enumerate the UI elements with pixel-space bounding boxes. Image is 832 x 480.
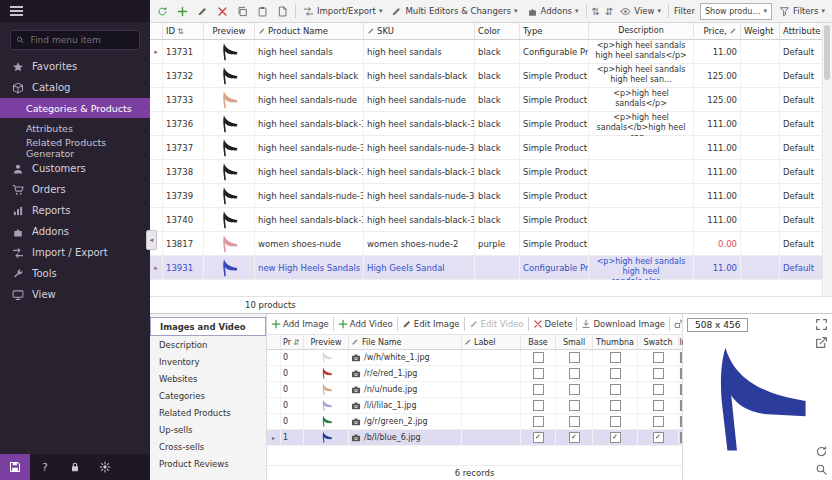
sidebar-item-import-export[interactable]: Import / Export: [0, 242, 150, 263]
thumbnail-checkbox[interactable]: ✓: [610, 432, 621, 443]
column-header-description[interactable]: Description: [589, 23, 694, 39]
product-row[interactable]: 13739 high heel sandals-nude-37 high hee…: [150, 184, 832, 208]
column-header-preview[interactable]: Preview: [204, 23, 255, 39]
add-product-button[interactable]: [175, 4, 190, 19]
base-checkbox[interactable]: ✓: [533, 432, 544, 443]
edit-video-button[interactable]: Edit Video: [469, 319, 524, 329]
panel-collapse-handle[interactable]: ◂: [146, 230, 157, 250]
sidebar-item-orders[interactable]: Orders: [0, 179, 150, 200]
swatch-checkbox[interactable]: [653, 416, 664, 427]
column-header-small[interactable]: Small: [556, 335, 593, 349]
zoom-button[interactable]: [815, 463, 828, 476]
column-header-weight[interactable]: Weight: [741, 23, 780, 39]
sidebar-item-related-products-generator[interactable]: Related Products Generator: [0, 138, 150, 158]
preview-image[interactable]: [695, 340, 817, 462]
filters-button[interactable]: Filters ▾: [777, 4, 827, 19]
small-checkbox[interactable]: [569, 416, 580, 427]
swatch-checkbox[interactable]: [653, 384, 664, 395]
exclude-checkbox[interactable]: [680, 400, 682, 411]
thumbnail-checkbox[interactable]: [610, 352, 621, 363]
column-header-id[interactable]: ID ⇅: [163, 23, 204, 39]
small-checkbox[interactable]: [569, 368, 580, 379]
image-row[interactable]: 0 /r/e/red_1.jpg: [267, 366, 682, 382]
lock-button[interactable]: [60, 454, 90, 480]
exclude-checkbox[interactable]: [680, 352, 682, 363]
download-image-button[interactable]: Download Image: [581, 319, 665, 329]
small-checkbox[interactable]: [569, 400, 580, 411]
add-video-button[interactable]: Add Video: [338, 319, 393, 329]
row-expander[interactable]: [150, 160, 163, 183]
addons-menu[interactable]: Addons ▾: [525, 4, 581, 19]
sidebar-item-favorites[interactable]: Favorites: [0, 56, 150, 77]
sidebar-item-categories-products[interactable]: Categories & Products: [0, 98, 150, 118]
sort-ascending-button[interactable]: ⇅: [592, 6, 600, 17]
small-checkbox[interactable]: [569, 352, 580, 363]
column-header-base[interactable]: Base: [521, 335, 556, 349]
product-row[interactable]: 13736 high heel sandals-black-36 high he…: [150, 112, 832, 136]
row-expander[interactable]: [150, 184, 163, 207]
column-header-file-name[interactable]: File Name: [349, 335, 462, 349]
column-header-swatch[interactable]: Swatch: [638, 335, 679, 349]
row-expander[interactable]: [150, 112, 163, 135]
thumbnail-checkbox[interactable]: [610, 384, 621, 395]
swatch-checkbox[interactable]: [653, 400, 664, 411]
swatch-checkbox[interactable]: [653, 352, 664, 363]
image-row[interactable]: 0 /n/u/nude.jpg: [267, 382, 682, 398]
multi-editors-menu[interactable]: Multi Editors & Changers ▾: [389, 4, 519, 19]
column-header-thumbnail[interactable]: Thumbna: [593, 335, 638, 349]
sidebar-item-view[interactable]: View: [0, 284, 150, 305]
column-header-type[interactable]: Type: [520, 23, 589, 39]
product-row[interactable]: 13732 high heel sandals-black high heel …: [150, 64, 832, 88]
sidebar-item-reports[interactable]: Reports: [0, 200, 150, 221]
sidebar-item-tools[interactable]: Tools: [0, 263, 150, 284]
copy-button[interactable]: [235, 4, 250, 19]
product-row[interactable]: 13738 high heel sandals-black-37 high he…: [150, 160, 832, 184]
sort-descending-button[interactable]: ⇵: [605, 6, 613, 17]
image-row[interactable]: 0 /w/h/white_1.jpg: [267, 350, 682, 366]
row-expander[interactable]: ▸: [150, 256, 163, 279]
delete-product-button[interactable]: [215, 4, 230, 19]
row-expander[interactable]: [150, 136, 163, 159]
detail-tab[interactable]: Related Products: [150, 404, 266, 421]
sidebar-item-attributes[interactable]: Attributes: [0, 118, 150, 138]
base-checkbox[interactable]: [533, 416, 544, 427]
sidebar-search[interactable]: [10, 30, 140, 50]
small-checkbox[interactable]: [569, 384, 580, 395]
add-image-button[interactable]: Add Image: [271, 319, 329, 329]
image-row[interactable]: 0 /g/r/green_2.jpg: [267, 414, 682, 430]
category-filter-select[interactable]: Show products from selected categories ▾: [700, 3, 772, 20]
view-menu[interactable]: View ▾: [618, 4, 663, 19]
help-button[interactable]: ?: [30, 454, 60, 480]
base-checkbox[interactable]: [533, 368, 544, 379]
delete-image-button[interactable]: Delete: [533, 319, 573, 329]
column-header-price[interactable]: Price,: [694, 23, 741, 39]
detail-tab[interactable]: Inventory: [150, 353, 266, 370]
row-expander[interactable]: [150, 208, 163, 231]
column-header-product-name[interactable]: Product Name: [255, 23, 364, 39]
base-checkbox[interactable]: [533, 400, 544, 411]
detail-tab[interactable]: Categories: [150, 387, 266, 404]
row-expander[interactable]: [150, 88, 163, 111]
product-row[interactable]: 13733 high heel sandals-nude high heel s…: [150, 88, 832, 112]
import-export-menu[interactable]: Import/Export ▾: [301, 4, 384, 19]
detail-tab[interactable]: Websites: [150, 370, 266, 387]
hamburger-menu-icon[interactable]: [10, 10, 23, 12]
swatch-checkbox[interactable]: ✓: [653, 432, 664, 443]
column-header-sku[interactable]: SKU: [364, 23, 475, 39]
edit-product-button[interactable]: [195, 4, 210, 19]
save-button[interactable]: [0, 454, 30, 480]
detail-tab[interactable]: Up-sells: [150, 421, 266, 438]
thumbnail-checkbox[interactable]: [610, 416, 621, 427]
base-checkbox[interactable]: [533, 384, 544, 395]
sidebar-item-catalog[interactable]: Catalog: [0, 77, 150, 98]
product-row[interactable]: ▸ 13731 high heel sandals high heel sand…: [150, 40, 832, 64]
exclude-checkbox[interactable]: [680, 432, 682, 443]
product-row[interactable]: ▸ 13931 new High Heels Sandals High Geel…: [150, 256, 832, 280]
detail-tab[interactable]: Description: [150, 336, 266, 353]
exclude-checkbox[interactable]: [680, 416, 682, 427]
row-expander[interactable]: ▸: [150, 40, 163, 63]
column-header-label[interactable]: Label: [462, 335, 521, 349]
column-header-color[interactable]: Color: [475, 23, 520, 39]
column-header-position[interactable]: Pr ⇵: [281, 335, 304, 349]
edit-image-button[interactable]: Edit Image: [402, 319, 460, 329]
